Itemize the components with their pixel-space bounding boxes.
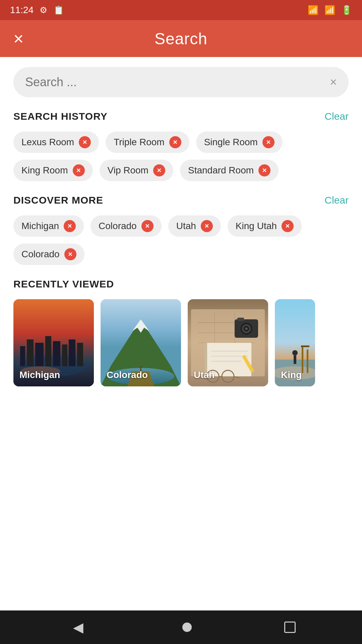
discover-more-tags: Michigan × Colorado × Utah × King Utah ×… <box>13 215 349 265</box>
search-history-title: SEARCH HISTORY <box>13 111 108 122</box>
tag-lexus-room[interactable]: Lexus Room × <box>13 131 99 153</box>
clipboard-icon: 📋 <box>53 5 64 15</box>
tag-standard-room[interactable]: Standard Room × <box>180 160 279 181</box>
tag-colorado-2-remove[interactable]: × <box>64 248 76 260</box>
tag-king-room-remove[interactable]: × <box>73 164 85 176</box>
signal-icon: 📶 <box>324 5 335 15</box>
recently-viewed-grid: Michigan <box>13 299 349 386</box>
svg-rect-7 <box>62 344 67 366</box>
tag-vip-room[interactable]: Vip Room × <box>100 160 173 181</box>
tag-michigan-remove[interactable]: × <box>64 220 76 232</box>
discover-more-title: DISCOVER MORE <box>13 195 103 206</box>
king-label: King <box>281 370 302 380</box>
tag-michigan-label: Michigan <box>21 221 59 231</box>
tag-colorado-2[interactable]: Colorado × <box>13 244 84 265</box>
svg-rect-45 <box>302 346 303 373</box>
tag-colorado-1-label: Colorado <box>99 221 137 231</box>
search-history-header: SEARCH HISTORY Clear <box>13 111 349 122</box>
svg-rect-3 <box>27 339 34 366</box>
tag-triple-room[interactable]: Triple Room × <box>106 131 189 153</box>
tag-standard-room-label: Standard Room <box>188 165 254 176</box>
tag-triple-room-remove[interactable]: × <box>169 136 181 148</box>
tag-utah-label: Utah <box>176 221 196 231</box>
svg-rect-8 <box>69 339 75 366</box>
gear-icon: ⚙ <box>40 5 47 15</box>
svg-rect-4 <box>35 343 44 366</box>
discover-more-section: DISCOVER MORE Clear Michigan × Colorado … <box>13 195 349 265</box>
discover-more-header: DISCOVER MORE Clear <box>13 195 349 206</box>
svg-rect-6 <box>53 341 60 366</box>
svg-rect-5 <box>45 336 51 366</box>
tag-king-utah-remove[interactable]: × <box>282 220 294 232</box>
tag-lexus-room-remove[interactable]: × <box>79 136 91 148</box>
tag-michigan[interactable]: Michigan × <box>13 215 84 237</box>
recently-viewed-king[interactable]: King <box>275 299 315 386</box>
tag-king-room-label: King Room <box>21 165 68 176</box>
svg-rect-36 <box>237 318 244 321</box>
search-header: × Search <box>0 20 362 57</box>
tag-utah[interactable]: Utah × <box>168 215 221 237</box>
tag-single-room-remove[interactable]: × <box>262 136 275 148</box>
tag-colorado-2-label: Colorado <box>21 249 60 260</box>
content-area: × SEARCH HISTORY Clear Lexus Room × Trip… <box>0 57 362 610</box>
recently-viewed-title: RECENTLY VIEWED <box>13 278 349 290</box>
tag-colorado-1[interactable]: Colorado × <box>90 215 162 237</box>
tag-king-room[interactable]: King Room × <box>13 160 93 181</box>
tag-vip-room-label: Vip Room <box>108 165 148 176</box>
tag-utah-remove[interactable]: × <box>201 220 213 232</box>
tag-single-room-label: Single Room <box>204 137 258 148</box>
recently-viewed-utah[interactable]: Utah <box>188 299 268 386</box>
search-history-section: SEARCH HISTORY Clear Lexus Room × Triple… <box>13 111 349 181</box>
page-title: Search <box>155 30 207 48</box>
status-bar: 11:24 ⚙ 📋 📶 📶 🔋 <box>0 0 362 20</box>
home-button[interactable] <box>182 623 192 632</box>
tag-king-utah-label: King Utah <box>236 221 277 231</box>
tag-king-utah[interactable]: King Utah × <box>228 215 302 237</box>
svg-rect-9 <box>77 343 83 366</box>
search-history-clear[interactable]: Clear <box>324 111 349 122</box>
recents-button[interactable] <box>284 622 296 633</box>
svg-rect-49 <box>294 356 296 364</box>
status-bar-right: 📶 📶 🔋 <box>308 5 352 15</box>
recently-viewed-section: RECENTLY VIEWED <box>13 278 349 386</box>
recently-viewed-colorado[interactable]: Colorado <box>101 299 181 386</box>
tag-single-room[interactable]: Single Room × <box>196 131 283 153</box>
utah-label: Utah <box>194 370 215 380</box>
search-clear-icon[interactable]: × <box>330 75 337 89</box>
tag-triple-room-label: Triple Room <box>114 137 164 148</box>
close-button[interactable]: × <box>13 30 23 47</box>
discover-more-clear[interactable]: Clear <box>324 195 349 206</box>
time-display: 11:24 <box>10 5 34 15</box>
michigan-label: Michigan <box>19 370 60 380</box>
svg-rect-47 <box>301 345 309 347</box>
search-input[interactable] <box>25 75 330 89</box>
svg-point-35 <box>245 327 248 330</box>
back-button[interactable]: ◀ <box>66 615 90 639</box>
search-history-tags: Lexus Room × Triple Room × Single Room ×… <box>13 131 349 181</box>
svg-rect-2 <box>20 346 25 366</box>
recently-viewed-michigan[interactable]: Michigan <box>13 299 94 386</box>
colorado-label: Colorado <box>107 370 148 380</box>
tag-vip-room-remove[interactable]: × <box>153 164 165 176</box>
wifi-icon: 📶 <box>308 5 318 15</box>
svg-point-48 <box>292 350 298 356</box>
search-box[interactable]: × <box>13 67 349 97</box>
svg-rect-46 <box>307 350 308 373</box>
tag-standard-room-remove[interactable]: × <box>258 164 270 176</box>
tag-lexus-room-label: Lexus Room <box>21 137 74 148</box>
status-bar-left: 11:24 ⚙ 📋 <box>10 5 64 15</box>
battery-icon: 🔋 <box>341 5 352 15</box>
tag-colorado-1-remove[interactable]: × <box>141 220 154 232</box>
navigation-bar: ◀ <box>0 610 362 644</box>
